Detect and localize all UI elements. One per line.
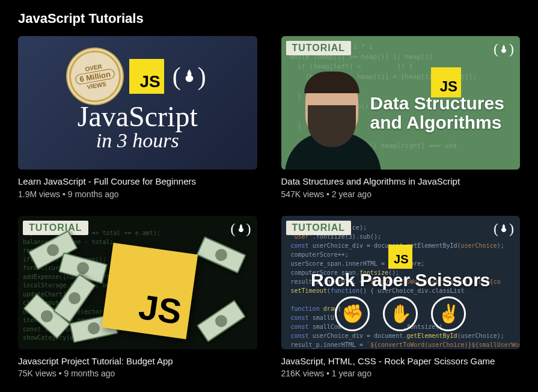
video-title[interactable]: Data Structures and Algorithms in JavaSc…: [281, 176, 521, 188]
video-title[interactable]: Learn JavaScript - Full Course for Begin…: [18, 176, 257, 188]
thumb-headline: Rock Paper Scissors: [281, 270, 521, 290]
presenter-face: [292, 70, 370, 170]
thumb-headline: Data Structures and Algorithms: [370, 94, 513, 133]
js-logo: JS: [102, 242, 198, 338]
flame-icon: [498, 44, 509, 55]
video-meta: 547K views • 2 year ago: [281, 189, 521, 199]
video-views: 75K views: [18, 369, 57, 378]
rock-icon: ✊: [335, 296, 370, 331]
video-views: 547K views: [281, 189, 325, 199]
video-age: 9 months ago: [64, 369, 115, 378]
thumb-headline: JavaScript: [78, 100, 198, 133]
js-logo: JS: [129, 59, 164, 94]
js-logo: JS: [388, 245, 412, 269]
rps-icons: ✊ ✋ ✌️: [281, 296, 521, 331]
video-meta: 216K views • 1 year ago: [281, 369, 521, 378]
tutorial-tag: TUTORIAL: [286, 41, 352, 55]
video-views: 216K views: [281, 369, 325, 378]
video-title[interactable]: JavaScript, HTML, CSS - Rock Paper Sciss…: [281, 355, 521, 367]
video-age: 9 months ago: [68, 189, 119, 199]
scissors-icon: ✌️: [431, 296, 466, 331]
video-views: 1.9M views: [18, 189, 60, 199]
video-card[interactable]: - 2 * i while (heap[i] >= heap[l] || hea…: [281, 36, 521, 199]
flame-icon: [181, 68, 198, 85]
flame-icon: [498, 223, 509, 234]
video-age: 2 year ago: [332, 189, 371, 199]
section-title: JavaScript Tutorials: [18, 11, 520, 26]
views-stamp: OVER 6 Million VIEWS: [65, 46, 125, 106]
video-thumbnail[interactable]: OVER 6 Million VIEWS JS ( ) JavaScript i…: [18, 36, 257, 170]
freecodecamp-logo: (): [494, 221, 514, 237]
tutorial-tag: TUTORIAL: [286, 221, 352, 235]
video-card[interactable]: OVER 6 Million VIEWS JS ( ) JavaScript i…: [18, 36, 257, 199]
video-meta: 75K views • 9 months ago: [18, 369, 257, 378]
video-thumbnail[interactable]: - 2 * i while (heap[i] >= heap[l] || hea…: [281, 36, 521, 170]
flame-icon: [236, 223, 246, 234]
video-age: 1 year ago: [332, 369, 371, 378]
freecodecamp-logo: ( ): [173, 62, 206, 91]
thumb-subline: in 3 hours: [96, 129, 179, 152]
video-title[interactable]: Javascript Project Tutorial: Budget App: [18, 355, 257, 367]
tutorial-tag: TUTORIAL: [23, 221, 88, 235]
video-meta: 1.9M views • 9 months ago: [18, 189, 257, 199]
video-thumbnail[interactable]: }, computerChoice); "user".fontsize(3).s…: [281, 216, 521, 349]
video-thumbnail[interactable]: budget.value = 0; expenses.forEach(e => …: [18, 216, 257, 349]
paper-icon: ✋: [383, 296, 418, 331]
video-card[interactable]: }, computerChoice); "user".fontsize(3).s…: [281, 216, 521, 379]
freecodecamp-logo: (): [231, 221, 251, 237]
video-card[interactable]: budget.value = 0; expenses.forEach(e => …: [18, 216, 257, 379]
video-grid: OVER 6 Million VIEWS JS ( ) JavaScript i…: [18, 36, 520, 378]
freecodecamp-logo: (): [494, 41, 514, 57]
